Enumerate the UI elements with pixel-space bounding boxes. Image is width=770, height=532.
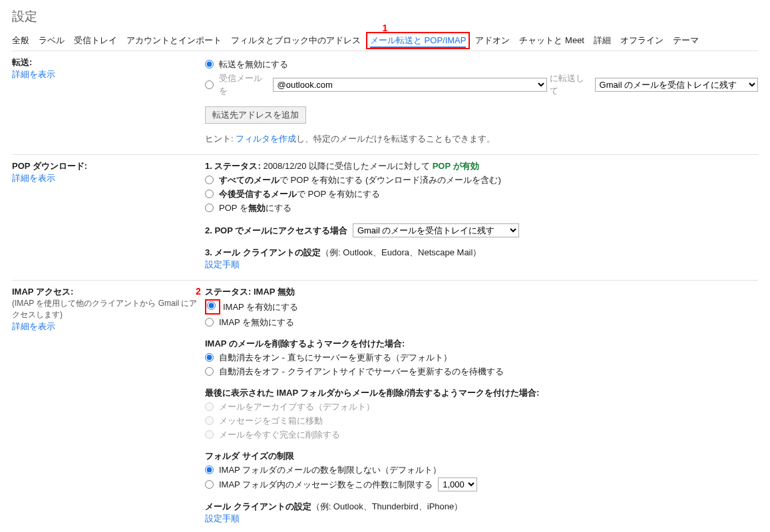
imap-folder-nolimit-label: IMAP フォルダのメールの数を制限しない（デフォルト） [219,464,441,476]
imap-heading: IMAP アクセス: [12,286,198,298]
forwarding-heading: 転送: [12,57,198,68]
pop-dis-b: 無効 [248,203,266,213]
forward-disable-label: 転送を無効にする [219,58,288,70]
imap-client-instructions-link[interactable]: 設定手順 [205,513,758,525]
imap-expunge-off-radio[interactable] [205,367,214,376]
tab-accounts[interactable]: アカウントとインポート [126,35,222,47]
forward-enable-prefix: 受信メールを [219,72,270,97]
section-imap: IMAP アクセス: (IMAP を使用して他のクライアントから Gmail に… [12,280,758,532]
imap-client-label: メール クライアントの設定 [205,501,311,511]
imap-enable-radio[interactable] [207,301,216,310]
forward-enable-radio[interactable] [205,80,214,89]
section-forwarding: 転送: 詳細を表示 転送を無効にする 受信メールを @outlook.com に… [12,51,758,154]
imap-folder-limit-select[interactable]: 1,000 [438,477,477,491]
imap-client-examples: （例: Outlook、Thunderbird、iPhone） [311,501,463,511]
imap-folder-limit-label: IMAP フォルダ内のメッセージ数をこの件数に制限する [219,478,433,491]
pop-access-select[interactable]: Gmail のメールを受信トレイに残す [353,223,519,237]
pop-access-label: 2. POP でメールにアクセスする場合 [205,225,347,235]
imap-lf-trash-radio [205,416,214,425]
pop-dis-a: POP を [219,203,248,213]
section-pop: POP ダウンロード: 詳細を表示 1. ステータス: 2008/12/20 以… [12,154,758,280]
imap-lf-trash-label: メッセージをゴミ箱に移動 [219,414,323,427]
imap-disable-radio[interactable] [205,318,214,327]
pop-all-bold: すべてのメール [219,175,280,185]
imap-sub: (IMAP を使用して他のクライアントから Gmail にアクセスします) [12,298,198,321]
tab-offline[interactable]: オフライン [620,35,664,47]
annotation-2: 2 [196,286,201,297]
pop-client-label: 3. メール クライアントの設定 [205,247,321,257]
imap-folder-heading: フォルダ サイズの制限 [205,450,758,462]
pop-now-rest: で POP を有効にする [297,189,380,199]
settings-tabs: 全般 ラベル 受信トレイ アカウントとインポート フィルタとブロック中のアドレス… [12,35,758,51]
pop-heading: POP ダウンロード: [12,160,198,172]
pop-all-rest: で POP を有効にする (ダウンロード済みのメールを含む) [280,175,501,185]
tab-filters[interactable]: フィルタとブロック中のアドレス [231,35,361,47]
imap-lf-archive-radio [205,402,214,411]
imap-folder-nolimit-radio[interactable] [205,466,214,474]
imap-folder-limit-radio[interactable] [205,480,214,489]
forwarding-learn-more[interactable]: 詳細を表示 [12,68,198,80]
pop-client-instructions-link[interactable]: 設定手順 [205,259,758,271]
forward-hint: ヒント: フィルタを作成し、特定のメールだけを転送することもできます。 [205,133,758,145]
imap-lf-delete-label: メールを今すぐ完全に削除する [219,428,340,441]
imap-expunge-heading: IMAP のメールを削除するようマークを付けた場合: [205,338,758,350]
imap-expunge-on-radio[interactable] [205,353,214,362]
imap-expunge-off-label: 自動消去をオフ - クライアントサイドでサーバーを更新するのを待機する [219,365,504,378]
pop-learn-more[interactable]: 詳細を表示 [12,172,198,184]
tab-inbox[interactable]: 受信トレイ [74,35,117,47]
imap-expunge-on-label: 自動消去をオン - 直ちにサーバーを更新する（デフォルト） [219,351,452,364]
annotation-1: 1 [383,23,388,33]
pop-disable-radio[interactable] [205,203,214,212]
tab-themes[interactable]: テーマ [673,35,699,47]
tab-addons[interactable]: アドオン [475,35,510,47]
forward-address-select[interactable]: @outlook.com [273,78,547,92]
imap-lf-delete-radio [205,430,214,439]
add-forwarding-address-button[interactable]: 転送先アドレスを追加 [205,106,306,124]
tab-advanced[interactable]: 詳細 [594,35,611,47]
tab-forwarding-pop-imap[interactable]: メール転送と POP/IMAP [370,35,466,48]
create-filter-link[interactable]: フィルタを作成 [236,134,296,144]
pop-now-bold: 今後受信するメール [219,189,297,199]
pop-status-text: 2008/12/20 以降に受信したメールに対して [263,161,432,171]
pop-dis-c: にする [266,203,291,213]
tab-chat-meet[interactable]: チャットと Meet [519,35,584,47]
tab-general[interactable]: 全般 [12,35,29,47]
tab-labels[interactable]: ラベル [39,35,65,47]
pop-client-examples: （例: Outlook、Eudora、Netscape Mail） [321,247,481,257]
pop-enable-all-radio[interactable] [205,176,214,184]
imap-learn-more[interactable]: 詳細を表示 [12,321,198,332]
imap-lastfolder-heading: 最後に表示された IMAP フォルダからメールを削除/消去するようマークを付けた… [205,387,758,399]
imap-enable-label: IMAP を有効にする [223,301,298,313]
forward-disable-radio[interactable] [205,60,214,68]
forward-keep-select[interactable]: Gmail のメールを受信トレイに残す [595,78,758,92]
imap-disable-label: IMAP を無効にする [219,316,294,329]
pop-status-label: 1. ステータス: [205,161,263,171]
imap-lf-archive-label: メールをアーカイブする（デフォルト） [219,400,375,413]
forward-enable-mid: に転送して [550,72,592,97]
pop-enable-now-radio[interactable] [205,190,214,198]
annotation-box-2 [205,299,220,315]
imap-status-label: ステータス: IMAP 無効 [205,286,758,298]
pop-status-enabled: POP が有効 [433,161,479,171]
annotation-box-1: 1 メール転送と POP/IMAP [366,32,470,49]
